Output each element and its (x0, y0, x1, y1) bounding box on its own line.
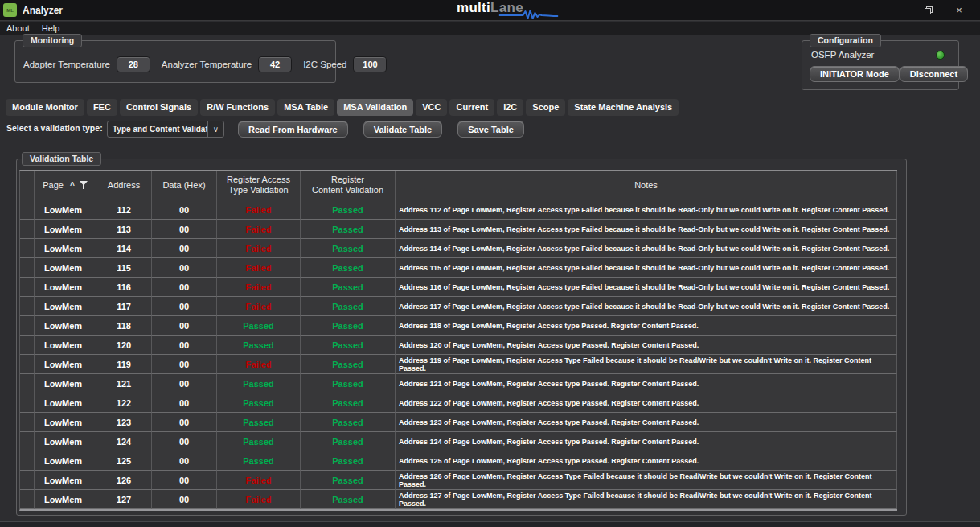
table-row[interactable]: LowMem12100PassedPassedAddress 121 of Pa… (20, 374, 897, 393)
save-table-button[interactable]: Save Table (457, 121, 524, 138)
cell-notes: Address 121 of Page LowMem, Register Acc… (396, 374, 897, 393)
cell-page: LowMem (35, 278, 96, 297)
cell-content-validation: Passed (301, 451, 396, 471)
cell-notes: Address 126 of Page LowMem, Register Acc… (396, 471, 897, 490)
cell-data-hex: 00 (152, 393, 217, 413)
i2c-speed-value[interactable]: 100 (353, 56, 387, 72)
cell-data-hex: 00 (152, 220, 217, 239)
chevron-down-icon: ∨ (207, 121, 223, 137)
cell-page: LowMem (35, 220, 96, 239)
table-row[interactable]: LowMem12600FailedPassedAddress 126 of Pa… (20, 471, 897, 490)
cell-address: 112 (96, 200, 152, 220)
cell-data-hex: 00 (152, 336, 217, 355)
tab-i2c[interactable]: I2C (497, 99, 523, 116)
cell-address: 116 (96, 278, 152, 297)
row-selector (20, 316, 35, 336)
col-header-register: Register Content Validation (301, 171, 396, 200)
validation-type-value: Type and Content Validation (108, 121, 207, 137)
table-row[interactable]: LowMem11200FailedPassedAddress 112 of Pa… (20, 200, 897, 220)
cell-access-validation: Passed (217, 451, 301, 471)
table-row[interactable]: LowMem11400FailedPassedAddress 114 of Pa… (20, 239, 897, 258)
cell-page: LowMem (35, 258, 96, 278)
cell-notes: Address 123 of Page LowMem, Register Acc… (396, 413, 897, 432)
disconnect-button[interactable]: Disconnect (900, 66, 968, 82)
initiator-mode-button[interactable]: INITIATOR Mode (810, 66, 900, 82)
validation-type-dropdown[interactable]: Type and Content Validation ∨ (107, 121, 224, 138)
cell-page: LowMem (35, 200, 96, 220)
cell-page: LowMem (35, 374, 96, 393)
tab-scope[interactable]: Scope (526, 99, 565, 116)
minimize-icon[interactable] (887, 2, 909, 19)
table-row[interactable]: LowMem12000PassedPassedAddress 120 of Pa… (20, 336, 897, 355)
cell-data-hex: 00 (152, 316, 217, 336)
cell-page: LowMem (35, 451, 96, 471)
validation-table: Page^AddressData (Hex)Register Access Ty… (19, 170, 897, 511)
table-row[interactable]: LowMem11700FailedPassedAddress 117 of Pa… (20, 297, 897, 316)
cell-data-hex: 00 (152, 413, 217, 432)
cell-access-validation: Failed (217, 220, 301, 239)
tab-state-machine-analysis[interactable]: State Machine Analysis (568, 99, 679, 116)
table-row[interactable]: LowMem12700FailedPassedAddress 127 of Pa… (20, 490, 897, 509)
cell-data-hex: 00 (152, 451, 217, 471)
app-title: Analyzer (23, 5, 63, 16)
cell-page: LowMem (35, 393, 96, 413)
tab-control-signals[interactable]: Control Signals (120, 99, 198, 116)
table-row[interactable]: LowMem12400PassedPassedAddress 124 of Pa… (20, 432, 897, 451)
table-row[interactable]: LowMem11600FailedPassedAddress 116 of Pa… (20, 278, 897, 297)
table-row[interactable]: LowMem12200PassedPassedAddress 122 of Pa… (20, 393, 897, 413)
table-row[interactable]: LowMem11900FailedPassedAddress 119 of Pa… (20, 355, 897, 374)
i2c-speed-label: I2C Speed (303, 60, 346, 69)
col-header-select (20, 171, 35, 200)
tab-strip: Module MonitorFECControl SignalsR/W Func… (6, 99, 679, 116)
tab-r-w-functions[interactable]: R/W Functions (200, 99, 275, 116)
restore-icon[interactable] (917, 2, 940, 19)
configuration-group: Configuration OSFP Analyzer INITIATOR Mo… (802, 40, 959, 90)
cell-notes: Address 114 of Page LowMem, Register Acc… (396, 239, 897, 258)
cell-address: 126 (96, 471, 152, 490)
validate-table-button[interactable]: Validate Table (363, 121, 443, 138)
cell-notes: Address 124 of Page LowMem, Register Acc… (396, 432, 897, 451)
tab-current[interactable]: Current (449, 99, 494, 116)
col-header-page[interactable]: Page^ (35, 171, 96, 200)
cell-content-validation: Passed (301, 336, 396, 355)
table-row[interactable]: LowMem11300FailedPassedAddress 113 of Pa… (20, 220, 897, 239)
tab-module-monitor[interactable]: Module Monitor (6, 99, 84, 116)
cell-content-validation: Passed (301, 239, 396, 258)
tab-msa-validation[interactable]: MSA Validation (337, 99, 413, 116)
table-row[interactable]: LowMem11500FailedPassedAddress 115 of Pa… (20, 258, 897, 278)
cell-access-validation: Failed (217, 297, 301, 316)
close-icon[interactable]: × (948, 2, 970, 19)
window-controls: × (887, 2, 980, 19)
table-row[interactable]: LowMem11800PassedPassedAddress 118 of Pa… (20, 316, 897, 336)
analyzer-temperature-value[interactable]: 42 (258, 56, 292, 72)
tab-msa-table[interactable]: MSA Table (277, 99, 334, 116)
table-row[interactable]: LowMem12500PassedPassedAddress 125 of Pa… (20, 451, 897, 471)
cell-notes: Address 117 of Page LowMem, Register Acc… (396, 297, 897, 316)
cell-page: LowMem (35, 336, 96, 355)
cell-notes: Address 119 of Page LowMem, Register Acc… (396, 355, 897, 374)
cell-address: 125 (96, 451, 152, 471)
tab-vcc[interactable]: VCC (416, 99, 447, 116)
cell-data-hex: 00 (152, 258, 217, 278)
analyzer-temperature-label: Analyzer Temperature (162, 60, 252, 69)
cell-page: LowMem (35, 316, 96, 336)
menu-item-about[interactable]: About (6, 23, 30, 33)
menu-item-help[interactable]: Help (42, 23, 60, 33)
cell-data-hex: 00 (152, 432, 217, 451)
cell-address: 118 (96, 316, 152, 336)
table-row[interactable]: LowMem12300PassedPassedAddress 123 of Pa… (20, 413, 897, 432)
read-from-hardware-button[interactable]: Read From Hardware (238, 121, 348, 138)
filter-icon[interactable] (80, 181, 88, 189)
tab-fec[interactable]: FEC (87, 99, 117, 116)
table-header: Page^AddressData (Hex)Register Access Ty… (20, 171, 897, 200)
sort-ascending-icon[interactable]: ^ (70, 180, 75, 191)
cell-page: LowMem (35, 471, 96, 490)
cell-page: LowMem (35, 432, 96, 451)
cell-address: 124 (96, 432, 152, 451)
cell-notes: Address 120 of Page LowMem, Register Acc… (396, 336, 897, 355)
device-label: OSFP Analyzer (811, 50, 874, 60)
cell-access-validation: Passed (217, 393, 301, 413)
cell-content-validation: Passed (301, 432, 396, 451)
adapter-temperature-value[interactable]: 28 (117, 56, 150, 72)
row-selector (20, 471, 35, 490)
